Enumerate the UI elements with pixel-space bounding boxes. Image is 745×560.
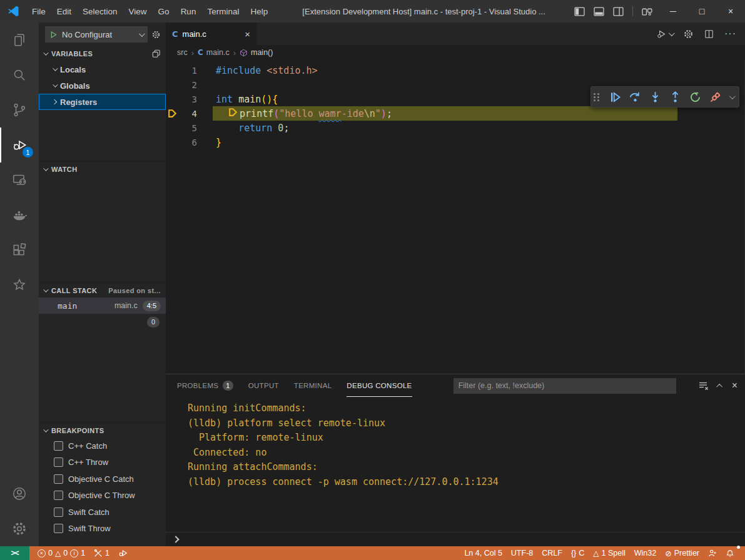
settings-gear-icon[interactable] (0, 511, 39, 546)
breakpoint-checkbox[interactable] (54, 508, 63, 517)
breadcrumb-folder[interactable]: src (177, 48, 188, 57)
breakpoint-row[interactable]: Objective C Throw (39, 488, 166, 504)
debug-more-actions-icon[interactable] (729, 93, 736, 99)
toggle-sidebar-icon[interactable] (574, 6, 585, 17)
eol-indicator[interactable]: CRLF (537, 546, 567, 560)
menu-item-run[interactable]: Run (175, 7, 202, 16)
breakpoint-row[interactable]: C++ Catch (39, 438, 166, 454)
toggle-secondary-sidebar-icon[interactable] (613, 6, 624, 17)
breadcrumb-symbol[interactable]: main() (251, 48, 273, 57)
console-filter-input[interactable] (454, 378, 676, 394)
split-editor-icon[interactable] (704, 29, 714, 39)
launch-json-gear-icon[interactable] (151, 30, 161, 39)
encoding-indicator[interactable]: UTF-8 (507, 546, 537, 560)
variables-section-header[interactable]: VARIABLES (39, 46, 166, 61)
thread-row[interactable]: 0 (39, 314, 166, 330)
breadcrumb-file[interactable]: main.c (206, 48, 230, 57)
maximize-panel-icon[interactable] (716, 383, 722, 389)
run-or-debug-button[interactable] (656, 29, 673, 39)
run-and-debug-icon[interactable]: 1 (0, 128, 39, 162)
notification-dot (737, 546, 740, 549)
account-icon[interactable] (0, 476, 39, 511)
variables-item-registers[interactable]: Registers (39, 94, 166, 110)
code-line-1[interactable]: 1#include <stdio.h> (166, 63, 744, 78)
star-icon[interactable] (0, 268, 39, 302)
breakpoint-checkbox[interactable] (54, 474, 63, 484)
watch-section-header[interactable]: WATCH (39, 161, 166, 176)
breakpoint-checkbox[interactable] (54, 524, 63, 533)
c-file-icon: C (198, 48, 203, 57)
code-line-5[interactable]: 5 return 0; (166, 121, 744, 135)
formatter-status[interactable]: ⊘ Prettier (661, 546, 704, 560)
remote-explorer-icon[interactable] (0, 162, 39, 198)
language-mode[interactable]: {} C (567, 546, 589, 560)
copy-value-icon[interactable] (152, 49, 161, 58)
docker-icon[interactable] (0, 198, 39, 232)
breakpoint-row[interactable]: Swift Throw (39, 521, 166, 538)
menu-item-edit[interactable]: Edit (51, 7, 77, 16)
customize-layout-icon[interactable] (642, 6, 652, 17)
line-number: 1 (180, 66, 197, 76)
breakpoint-row[interactable]: Objective C Catch (39, 471, 166, 488)
variables-item-locals[interactable]: Locals (39, 61, 166, 78)
line-number: 5 (180, 123, 197, 133)
tools-status[interactable]: 1 (89, 546, 114, 560)
more-actions-icon[interactable]: ··· (724, 28, 736, 39)
clear-console-icon[interactable] (699, 381, 709, 391)
panel-tab-output[interactable]: OUTPUT (248, 374, 279, 397)
stack-frame-row[interactable]: main main.c 4:5 (39, 298, 166, 314)
minimize-button[interactable]: ─ (659, 0, 687, 22)
panel-tab-debug-console[interactable]: DEBUG CONSOLE (347, 374, 412, 397)
spell-checker-status[interactable]: △ 1 Spell (589, 546, 629, 560)
gear-icon[interactable] (683, 29, 694, 39)
menu-item-selection[interactable]: Selection (77, 7, 123, 16)
toggle-panel-icon[interactable] (594, 6, 604, 17)
problems-status[interactable]: × 0 △ 0 i 1 (33, 546, 89, 560)
menu-item-go[interactable]: Go (153, 7, 175, 16)
drag-handle-icon[interactable] (594, 93, 600, 101)
menu-item-file[interactable]: File (26, 7, 51, 16)
step-over-button[interactable] (629, 91, 641, 103)
debug-status[interactable] (114, 546, 133, 560)
call-stack-section-header[interactable]: CALL STACK Paused on st... (39, 282, 166, 298)
extensions-icon[interactable] (0, 232, 39, 268)
debug-console-output[interactable]: Running initCommands:(lldb) platform sel… (166, 397, 745, 532)
panel-tab-problems[interactable]: PROBLEMS1 (177, 374, 233, 397)
maximize-button[interactable]: □ (687, 0, 716, 22)
disconnect-button[interactable] (709, 91, 721, 103)
breakpoint-checkbox[interactable] (54, 441, 63, 451)
variables-item-globals[interactable]: Globals (39, 78, 166, 94)
close-tab-icon[interactable]: × (245, 29, 250, 39)
breakpoint-checkbox[interactable] (54, 491, 63, 500)
chevron-down-icon (43, 166, 48, 171)
code-line-6[interactable]: 6} (166, 135, 744, 149)
platform-indicator[interactable]: Win32 (630, 546, 661, 560)
step-into-button[interactable] (649, 91, 661, 103)
code-line-4[interactable]: 4 printf("hello wamr-ide\n"); (166, 106, 744, 121)
debug-configuration-dropdown[interactable]: No Configurat (45, 26, 148, 42)
close-button[interactable]: × (716, 0, 745, 22)
breakpoint-row[interactable]: C++ Throw (39, 454, 166, 471)
close-panel-icon[interactable]: × (732, 380, 737, 391)
menu-item-view[interactable]: View (123, 7, 153, 16)
restart-button[interactable] (689, 91, 701, 103)
breakpoints-section-header[interactable]: BREAKPOINTS (39, 422, 166, 438)
explorer-icon[interactable] (0, 22, 39, 58)
feedback-status[interactable] (704, 546, 721, 560)
menu-item-help[interactable]: Help (245, 7, 273, 16)
source-control-icon[interactable] (0, 92, 39, 128)
start-debug-icon[interactable] (49, 31, 58, 39)
breakpoint-checkbox[interactable] (54, 458, 63, 467)
menu-item-terminal[interactable]: Terminal (201, 7, 245, 16)
remote-indicator[interactable]: >< (0, 546, 29, 560)
step-out-button[interactable] (669, 91, 681, 103)
continue-button[interactable] (609, 91, 621, 103)
cursor-position[interactable]: Ln 4, Col 5 (460, 546, 506, 560)
debug-console-input[interactable] (166, 532, 745, 546)
search-icon[interactable] (0, 58, 39, 92)
breakpoint-row[interactable]: Swift Catch (39, 504, 166, 521)
panel-tab-terminal[interactable]: TERMINAL (294, 374, 332, 397)
editor-tab-main-c[interactable]: C main.c × (166, 22, 256, 45)
notifications-bell[interactable] (721, 546, 739, 560)
code-editor[interactable]: 1#include <stdio.h>23int main(){4 printf… (166, 60, 745, 374)
